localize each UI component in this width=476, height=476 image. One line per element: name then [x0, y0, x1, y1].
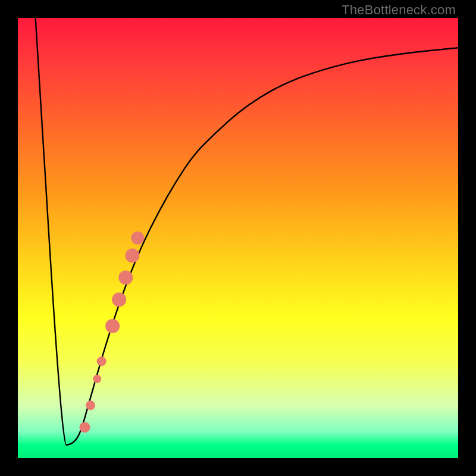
watermark-text: TheBottleneck.com [342, 2, 456, 18]
highlight-marker [131, 231, 144, 245]
highlight-marker [125, 249, 139, 263]
highlight-marker [105, 319, 120, 333]
plot-area [18, 18, 458, 458]
highlight-marker [112, 293, 126, 307]
chart-svg [18, 18, 458, 458]
highlight-marker [93, 375, 101, 383]
chart-frame: TheBottleneck.com [0, 0, 476, 476]
highlight-marker [118, 271, 133, 285]
highlight-marker [97, 356, 107, 366]
highlight-marker [86, 400, 95, 410]
highlight-marker [80, 422, 90, 433]
highlight-markers-group [80, 231, 145, 433]
